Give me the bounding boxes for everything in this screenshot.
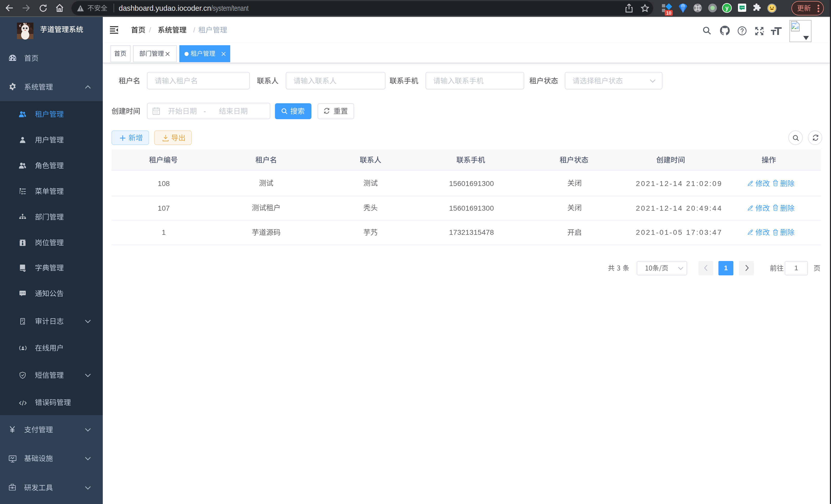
svg-text:y: y [725,5,729,11]
svg-text:10: 10 [666,10,671,16]
